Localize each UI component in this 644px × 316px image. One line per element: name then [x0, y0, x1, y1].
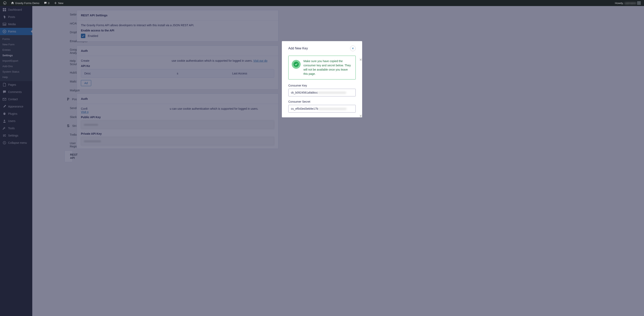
scroll-up-arrow[interactable]: ▲	[359, 58, 362, 61]
consumer-key-label: Consumer Key	[288, 84, 356, 87]
wp-logo[interactable]	[2, 0, 8, 6]
new-label: New	[58, 1, 63, 5]
consumer-secret-label: Consumer Secret	[288, 100, 356, 103]
consumer-secret-input[interactable]: cs_ef543ed3eb9e17bxxxxxxxxxxxxxxxxxxxx	[288, 105, 356, 112]
admin-bar: Gravity Forms Demo 0 New Howdy, username	[0, 0, 644, 6]
modal-overlay: Add New Key ✕ Make sure you have copied …	[0, 6, 644, 316]
comments-link[interactable]: 0	[42, 0, 51, 6]
comments-count: 0	[48, 1, 50, 5]
plus-icon	[54, 1, 57, 5]
close-icon: ✕	[352, 47, 354, 50]
home-icon	[11, 1, 14, 5]
check-icon	[295, 63, 298, 66]
wordpress-icon	[3, 1, 6, 5]
comment-icon	[44, 1, 47, 5]
notice-text: Make sure you have copied the consumer k…	[304, 59, 352, 76]
new-link[interactable]: New	[52, 0, 65, 6]
site-link[interactable]: Gravity Forms Demo	[9, 0, 41, 6]
modal-close-button[interactable]: ✕	[350, 45, 356, 51]
avatar	[637, 1, 641, 5]
scroll-down-arrow[interactable]: ▼	[359, 115, 362, 117]
modal-title: Add New Key	[288, 46, 308, 50]
success-icon-outer	[292, 60, 300, 69]
howdy-label: Howdy,	[615, 1, 624, 5]
add-key-modal: Add New Key ✕ Make sure you have copied …	[282, 41, 362, 117]
site-name: Gravity Forms Demo	[15, 1, 39, 5]
username: username	[624, 1, 636, 5]
user-menu[interactable]: Howdy, username	[613, 0, 642, 6]
consumer-key-input[interactable]: ck_b0924561afabbccxxxxxxxxxxxxxxxxxxxx	[288, 89, 356, 96]
svg-point-0	[4, 1, 6, 4]
success-notice: Make sure you have copied the consumer k…	[288, 56, 356, 79]
